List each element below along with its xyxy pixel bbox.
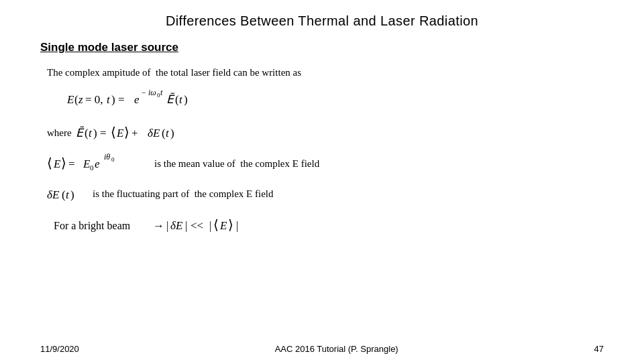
svg-text:|: | [166, 219, 168, 232]
svg-text:t: t [166, 127, 170, 139]
svg-text:iω: iω [148, 88, 156, 97]
svg-text:⟨: ⟨ [213, 217, 219, 232]
svg-text:−: − [142, 88, 146, 97]
svg-text:): ) [170, 127, 174, 139]
svg-text:=: = [118, 93, 125, 106]
line-1: The complex ampitude of the total laser … [47, 64, 604, 82]
eq-4-svg: δE ( t ) [47, 182, 93, 205]
eq-3-text: is the mean value of the complex E field [154, 155, 319, 173]
svg-text:|: | [209, 219, 211, 232]
svg-text:δE: δE [148, 127, 160, 139]
svg-text:iθ: iθ [104, 152, 110, 162]
eq-1-row: E ( z = 0, t ) = e − iω 0 t Ẽ ( t ) [67, 86, 604, 114]
svg-text:): ) [70, 188, 74, 201]
footer-date: 11/9/2020 [40, 344, 79, 354]
footer-page: 47 [594, 344, 604, 354]
svg-text:⟨: ⟨ [47, 156, 52, 170]
content-area: The complex ampitude of the total laser … [40, 64, 604, 239]
eq-1-svg: E ( z = 0, t ) = e − iω 0 t Ẽ ( t ) [67, 86, 228, 114]
svg-text:t: t [160, 88, 163, 97]
svg-text:z: z [78, 93, 83, 106]
svg-text:t: t [89, 127, 93, 139]
svg-text:|: | [236, 219, 238, 232]
footer: 11/9/2020 AAC 2016 Tutorial (P. Sprangle… [0, 344, 644, 354]
footer-center: AAC 2016 Tutorial (P. Sprangle) [275, 344, 398, 354]
svg-text:→: → [153, 219, 164, 232]
slide-container: Differences Between Thermal and Laser Ra… [0, 0, 644, 362]
svg-text:Ẽ: Ẽ [76, 126, 85, 139]
svg-text:⟩: ⟩ [61, 156, 66, 170]
svg-text:= 0,: = 0, [85, 93, 103, 106]
text-1: The complex ampitude of the total laser … [47, 64, 301, 82]
slide-title: Differences Between Thermal and Laser Ra… [40, 13, 604, 29]
svg-text:E: E [53, 158, 61, 170]
svg-text:⟩: ⟩ [228, 217, 233, 232]
svg-text:δE: δE [47, 188, 60, 201]
eq-5-row: For a bright beam → | δE | << | ⟨ E ⟩ | [54, 212, 604, 239]
eq-2-svg: Ẽ ( t ) = ⟨ E ⟩ + δE ( t ) [76, 121, 230, 145]
svg-text:0: 0 [90, 164, 94, 172]
eq-4-row: δE ( t ) is the fluctuating part of the … [47, 182, 604, 205]
svg-text:t: t [107, 93, 111, 106]
eq-3-row: ⟨ E ⟩ = E 0 e iθ 0 is the mean value of … [47, 150, 604, 177]
svg-text:E: E [219, 219, 227, 232]
svg-text:δE: δE [170, 219, 183, 232]
svg-text:): ) [93, 127, 97, 139]
svg-text:⟨: ⟨ [111, 125, 116, 139]
svg-text:E: E [116, 127, 124, 139]
svg-text:+: + [131, 127, 138, 139]
svg-text:0: 0 [111, 156, 115, 163]
eq-5-svg: For a bright beam → | δE | << | ⟨ E ⟩ | [54, 212, 309, 239]
where-text: where [47, 124, 72, 142]
svg-text:t: t [66, 188, 70, 201]
svg-text:<<: << [191, 219, 203, 232]
svg-text:|: | [185, 219, 187, 232]
section-heading: Single mode laser source [40, 41, 604, 54]
svg-text:t: t [179, 93, 183, 106]
svg-text:=: = [68, 158, 75, 170]
svg-text:=: = [100, 127, 107, 139]
svg-text:): ) [111, 93, 115, 106]
svg-text:E: E [67, 93, 74, 106]
svg-text:⟩: ⟩ [124, 125, 129, 139]
eq-3-svg: ⟨ E ⟩ = E 0 e iθ 0 [47, 150, 154, 177]
eq-2-row: where Ẽ ( t ) = ⟨ E ⟩ + δE ( t ) [47, 121, 604, 145]
svg-text:For a bright beam: For a bright beam [54, 220, 131, 232]
svg-text:Ẽ: Ẽ [166, 93, 175, 106]
svg-text:): ) [184, 93, 188, 106]
svg-text:e: e [95, 158, 100, 170]
svg-text:e: e [134, 93, 140, 106]
eq-4-text: is the fluctuating part of the complex E… [93, 185, 274, 203]
